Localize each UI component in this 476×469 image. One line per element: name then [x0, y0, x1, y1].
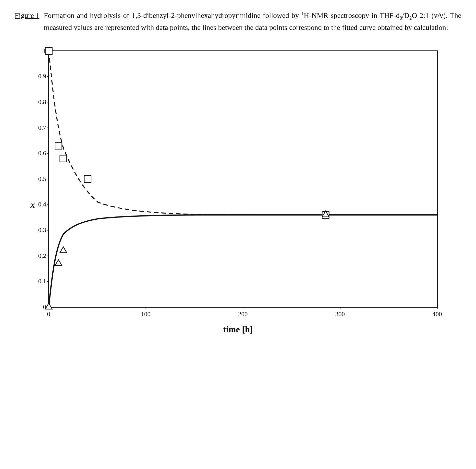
- figure-caption: Figure 1 Formation and hydrolysis of 1,3…: [15, 10, 461, 33]
- dashed-fitted-curve: [49, 51, 437, 215]
- square-t0: [45, 48, 52, 54]
- y-tick-09: 0.9: [38, 73, 46, 80]
- y-tick-06: 0.6: [38, 150, 46, 157]
- y-tick-02: 0.2: [38, 252, 46, 260]
- triangle-t10: [55, 260, 62, 266]
- x-tick-400: 400: [432, 311, 442, 318]
- y-tick-0: 0: [43, 303, 46, 311]
- y-tick-07: 0.7: [38, 124, 46, 132]
- y-tick-04: 0.4: [38, 201, 46, 208]
- x-tick-300: 300: [335, 311, 345, 318]
- y-tick-03: 0.3: [38, 227, 46, 234]
- y-tick-08: 0.8: [38, 99, 46, 106]
- y-tick-05: 0.5: [38, 175, 46, 183]
- square-t15: [60, 155, 67, 162]
- chart-container: x time [h] 0 0.1 0.2 0.3 0.4 0.5 0.6 0.7…: [24, 43, 453, 337]
- triangle-t0: [45, 303, 52, 309]
- square-t10: [55, 142, 62, 149]
- y-axis-label: x: [31, 200, 35, 210]
- x-tick-200: 200: [238, 311, 248, 318]
- x-axis-label: time [h]: [223, 324, 253, 335]
- solid-fitted-curve: [49, 215, 437, 307]
- chart-area: 0 0.1 0.2 0.3 0.4 0.5 0.6 0.7 0.8 0.9 1 …: [48, 50, 438, 308]
- x-tick-0: 0: [47, 311, 50, 318]
- x-tick-100: 100: [141, 311, 151, 318]
- caption-text: Formation and hydrolysis of 1,3-dibenzyl…: [44, 10, 461, 33]
- square-t40: [84, 176, 91, 183]
- chart-overlay-svg: [49, 51, 437, 307]
- triangle-t15: [60, 247, 67, 253]
- figure-label: Figure 1: [15, 10, 39, 33]
- y-tick-01: 0.1: [38, 278, 46, 285]
